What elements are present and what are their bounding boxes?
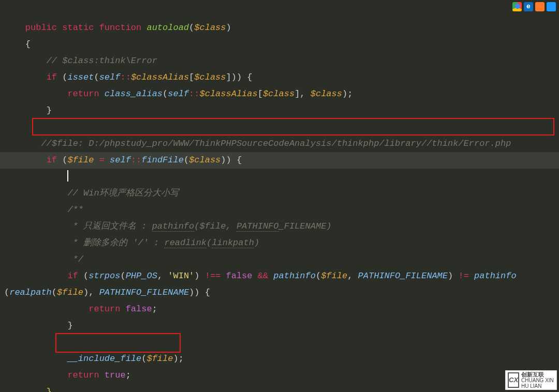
code-line: (realpath($file), PATHINFO_FILENAME)) { [4, 288, 210, 297]
code-line: //$file: D:/phpstudy_pro/WWW/ThinkPHPSou… [4, 139, 511, 148]
code-line: public static function autoload($class) [4, 23, 231, 33]
watermark-logo: CX [508, 372, 519, 388]
watermark-text: 创新互联CHUANG XIN HU LIAN [521, 372, 554, 389]
code-block: public static function autoload($class) … [4, 3, 517, 392]
code-line [4, 172, 68, 182]
code-line: * 只返回文件名 : pathinfo($file, PATHINFO_FILE… [4, 221, 332, 232]
code-line: * 删除多余的 '/' : readlink(linkpath) [4, 238, 259, 248]
code-editor[interactable]: e public static function autoload($class… [0, 0, 559, 392]
code-line [4, 122, 9, 132]
code-line: } [4, 387, 52, 392]
firefox-icon[interactable] [535, 2, 545, 11]
watermark: CX 创新互联CHUANG XIN HU LIAN [505, 370, 557, 390]
code-line: /** [4, 205, 83, 215]
text-caret [67, 170, 68, 182]
code-line: return class_alias(self::$classAlias[$cl… [4, 89, 352, 99]
safari-icon[interactable] [547, 2, 556, 11]
code-line: return true; [4, 370, 131, 380]
browser-icon-bar: e [512, 2, 556, 11]
code-line: } [4, 321, 73, 330]
code-line [4, 337, 9, 347]
code-line: return false; [4, 304, 157, 314]
code-line: if (strpos(PHP_OS, 'WIN') !== false && p… [4, 271, 517, 281]
code-line: if (isset(self::$classAlias[$class])) { [4, 72, 253, 82]
code-line: if ($file = self::findFile($class)) { [4, 155, 242, 165]
code-line: __include_file($file); [4, 354, 184, 364]
edge-icon[interactable]: e [524, 2, 533, 11]
code-line: // Win环境严格区分大小写 [4, 188, 179, 198]
code-line: { [4, 39, 31, 49]
code-line: // $class:think\Error [4, 56, 157, 66]
code-line: */ [4, 254, 83, 264]
code-line: } [4, 105, 52, 115]
